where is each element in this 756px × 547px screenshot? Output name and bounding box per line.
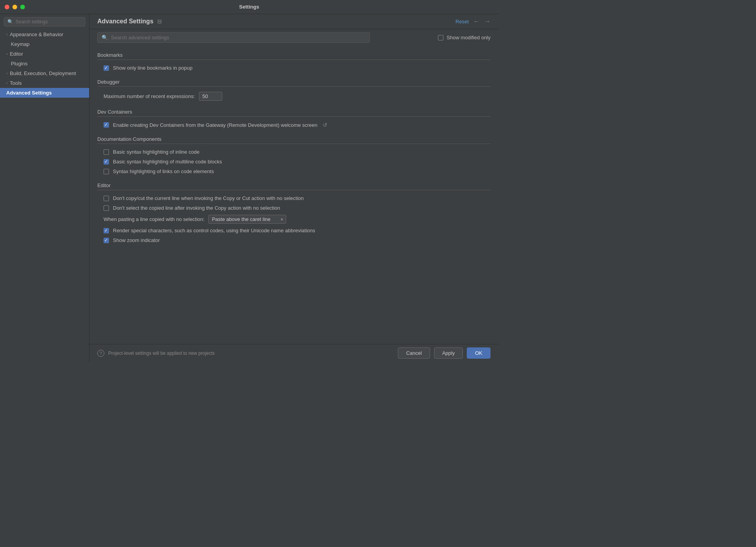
search-icon: 🔍 bbox=[102, 35, 108, 40]
section-title-editor: Editor bbox=[97, 182, 491, 190]
section-bookmarks: Bookmarks Show only line bookmarks in po… bbox=[97, 52, 491, 73]
content-area: Advanced Settings ⊟ Reset ← → 🔍 Show mod… bbox=[90, 14, 498, 362]
paste-behavior-label: When pasting a line copied with no selec… bbox=[104, 216, 204, 222]
section-title-dev-containers: Dev Containers bbox=[97, 109, 491, 117]
sidebar-item-tools[interactable]: › Tools bbox=[0, 78, 89, 88]
content-header-right: Reset ← → bbox=[455, 18, 491, 25]
syntax-links-text: Syntax highlighting of links on code ele… bbox=[113, 168, 214, 174]
render-special-text: Render special characters, such as contr… bbox=[113, 228, 315, 233]
help-button[interactable]: ? bbox=[97, 350, 104, 357]
setting-label-basic-syntax-inline[interactable]: Basic syntax highlighting of inline code bbox=[104, 149, 200, 155]
setting-max-recent-expressions: Maximum number of recent expressions: bbox=[97, 90, 491, 103]
basic-syntax-multiline-text: Basic syntax highlighting of multiline c… bbox=[113, 159, 222, 165]
title-bar: Settings bbox=[0, 0, 498, 14]
sidebar-item-appearance[interactable]: › Appearance & Behavior bbox=[0, 30, 89, 39]
ok-button[interactable]: OK bbox=[467, 347, 491, 359]
main-layout: 🔍 › Appearance & Behavior Keymap › Edito… bbox=[0, 14, 498, 362]
setting-label-no-copy-cut[interactable]: Don't copy/cut the current line when inv… bbox=[104, 195, 304, 201]
basic-syntax-inline-text: Basic syntax highlighting of inline code bbox=[113, 149, 200, 155]
no-select-copied-checkbox[interactable] bbox=[104, 205, 109, 211]
sidebar-search-input[interactable] bbox=[16, 19, 82, 25]
setting-label-no-select-copied[interactable]: Don't select the copied line after invok… bbox=[104, 205, 280, 211]
sidebar-search-icon: 🔍 bbox=[7, 19, 13, 25]
sidebar-item-build[interactable]: › Build, Execution, Deployment bbox=[0, 68, 89, 78]
setting-paste-behavior: When pasting a line copied with no selec… bbox=[97, 213, 491, 226]
settings-content: Bookmarks Show only line bookmarks in po… bbox=[90, 46, 498, 344]
sidebar-item-editor[interactable]: › Editor bbox=[0, 49, 89, 59]
setting-item-basic-syntax-multiline: Basic syntax highlighting of multiline c… bbox=[97, 157, 491, 167]
settings-search-input-wrap: 🔍 bbox=[97, 32, 370, 43]
render-special-checkbox[interactable] bbox=[104, 228, 109, 233]
minimize-button[interactable] bbox=[12, 5, 17, 9]
syntax-links-checkbox[interactable] bbox=[104, 169, 109, 174]
chevron-right-icon: › bbox=[6, 81, 7, 85]
content-header: Advanced Settings ⊟ Reset ← → bbox=[90, 14, 498, 29]
help-icon-text: ? bbox=[100, 351, 102, 356]
maximize-button[interactable] bbox=[20, 5, 25, 9]
sidebar-item-label: Advanced Settings bbox=[6, 90, 52, 96]
section-documentation-components: Documentation Components Basic syntax hi… bbox=[97, 136, 491, 176]
section-title-documentation-components: Documentation Components bbox=[97, 136, 491, 144]
no-copy-cut-text: Don't copy/cut the current line when inv… bbox=[113, 195, 304, 201]
paste-behavior-select-container: Paste above the caret line Paste below t… bbox=[208, 215, 286, 224]
footer-right: Cancel Apply OK bbox=[398, 347, 491, 359]
sidebar-item-advanced-settings[interactable]: Advanced Settings bbox=[0, 88, 89, 98]
nav-forward-icon[interactable]: → bbox=[484, 18, 491, 25]
setting-label-show-zoom[interactable]: Show zoom indicator bbox=[104, 237, 160, 243]
sidebar-item-keymap[interactable]: Keymap bbox=[0, 39, 89, 49]
bookmark-icon[interactable]: ⊟ bbox=[157, 18, 162, 25]
basic-syntax-multiline-checkbox[interactable] bbox=[104, 159, 109, 165]
chevron-right-icon: › bbox=[6, 32, 7, 37]
chevron-right-icon: › bbox=[6, 71, 7, 75]
max-recent-input[interactable] bbox=[199, 92, 222, 101]
setting-label-show-line-bookmarks[interactable]: Show only line bookmarks in popup bbox=[104, 65, 193, 71]
show-modified-wrap: Show modified only bbox=[438, 35, 491, 40]
settings-search-input[interactable] bbox=[111, 35, 366, 40]
nav-back-icon[interactable]: ← bbox=[473, 18, 480, 25]
enable-dev-containers-text: Enable creating Dev Containers from the … bbox=[113, 122, 317, 128]
show-line-bookmarks-checkbox[interactable] bbox=[104, 65, 109, 71]
no-copy-cut-checkbox[interactable] bbox=[104, 196, 109, 201]
sidebar: 🔍 › Appearance & Behavior Keymap › Edito… bbox=[0, 14, 90, 362]
setting-item-show-line-bookmarks: Show only line bookmarks in popup bbox=[97, 63, 491, 73]
paste-behavior-select[interactable]: Paste above the caret line Paste below t… bbox=[208, 215, 286, 224]
show-zoom-text: Show zoom indicator bbox=[113, 237, 160, 243]
reset-dev-containers-icon[interactable]: ↺ bbox=[323, 122, 327, 128]
apply-button[interactable]: Apply bbox=[434, 347, 463, 359]
window-title: Settings bbox=[239, 4, 259, 10]
sidebar-item-label: Editor bbox=[10, 51, 23, 57]
sidebar-item-label: Appearance & Behavior bbox=[10, 32, 63, 37]
footer-left: ? Project-level settings will be applied… bbox=[97, 350, 214, 357]
section-title-bookmarks: Bookmarks bbox=[97, 52, 491, 60]
footer: ? Project-level settings will be applied… bbox=[90, 344, 498, 362]
show-modified-checkbox[interactable] bbox=[438, 35, 443, 40]
setting-label-enable-dev-containers[interactable]: Enable creating Dev Containers from the … bbox=[104, 122, 317, 128]
setting-label-basic-syntax-multiline[interactable]: Basic syntax highlighting of multiline c… bbox=[104, 159, 222, 165]
section-debugger: Debugger Maximum number of recent expres… bbox=[97, 79, 491, 103]
show-line-bookmarks-text: Show only line bookmarks in popup bbox=[113, 65, 193, 71]
setting-item-render-special: Render special characters, such as contr… bbox=[97, 226, 491, 235]
content-scroll-wrapper: Bookmarks Show only line bookmarks in po… bbox=[90, 46, 498, 344]
sidebar-item-plugins[interactable]: Plugins bbox=[0, 59, 89, 68]
setting-item-enable-dev-containers: Enable creating Dev Containers from the … bbox=[97, 120, 491, 130]
setting-item-no-copy-cut: Don't copy/cut the current line when inv… bbox=[97, 193, 491, 203]
section-editor: Editor Don't copy/cut the current line w… bbox=[97, 182, 491, 245]
settings-search-bar: 🔍 Show modified only bbox=[90, 29, 498, 46]
close-button[interactable] bbox=[5, 5, 9, 9]
section-dev-containers: Dev Containers Enable creating Dev Conta… bbox=[97, 109, 491, 130]
enable-dev-containers-checkbox[interactable] bbox=[104, 122, 109, 128]
reset-button[interactable]: Reset bbox=[455, 19, 469, 25]
basic-syntax-inline-checkbox[interactable] bbox=[104, 149, 109, 155]
content-header-left: Advanced Settings ⊟ bbox=[97, 18, 162, 25]
footer-status-text: Project-level settings will be applied t… bbox=[108, 351, 214, 356]
cancel-button[interactable]: Cancel bbox=[398, 347, 430, 359]
setting-label-syntax-links[interactable]: Syntax highlighting of links on code ele… bbox=[104, 168, 214, 174]
setting-label-render-special[interactable]: Render special characters, such as contr… bbox=[104, 228, 315, 233]
sidebar-item-label: Plugins bbox=[11, 61, 28, 67]
show-modified-label[interactable]: Show modified only bbox=[447, 35, 491, 40]
setting-item-syntax-links: Syntax highlighting of links on code ele… bbox=[97, 167, 491, 176]
setting-item-show-zoom: Show zoom indicator bbox=[97, 235, 491, 245]
chevron-right-icon: › bbox=[6, 52, 7, 56]
show-zoom-checkbox[interactable] bbox=[104, 238, 109, 243]
section-title-debugger: Debugger bbox=[97, 79, 491, 87]
